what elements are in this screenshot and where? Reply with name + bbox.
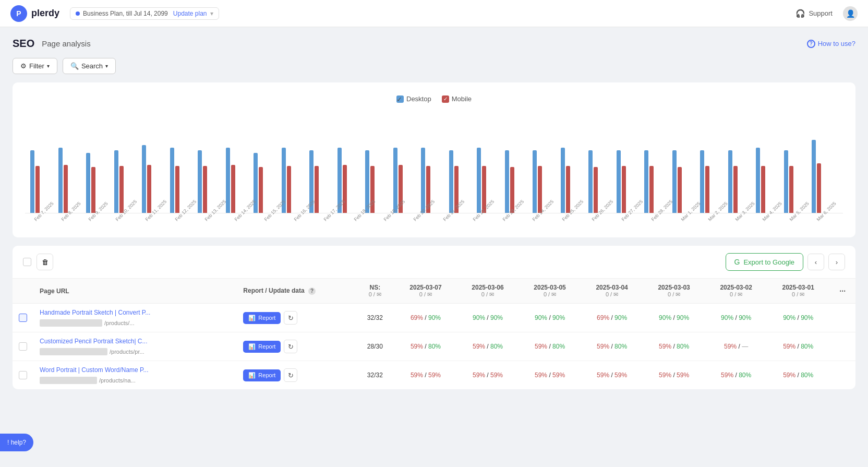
row-checkbox[interactable] — [19, 314, 27, 322]
bar-desktop[interactable] — [505, 150, 509, 213]
report-button[interactable]: 📊 Report — [243, 341, 281, 353]
score-cell: 59% / 80% — [457, 332, 519, 361]
bar-mobile[interactable] — [231, 165, 235, 213]
page-url-cell: Word Portrait | Custom Word/Name P... /p… — [33, 361, 237, 390]
bar-mobile[interactable] — [622, 166, 626, 213]
score-value2: 59% — [552, 372, 565, 379]
logo: P plerdy — [10, 5, 59, 22]
bar-desktop[interactable] — [561, 148, 565, 213]
app-header: P plerdy Business Plan, till Jul 14, 209… — [0, 0, 868, 27]
report-button[interactable]: 📊 Report — [243, 369, 281, 381]
chart-label-wrap: Feb 16, 2025 — [290, 215, 318, 225]
bar-desktop[interactable] — [58, 148, 63, 213]
user-avatar[interactable]: 👤 — [843, 6, 858, 21]
page-url-link[interactable]: Word Portrait | Custom Word/Name P... — [40, 366, 149, 374]
mobile-label: Mobile — [452, 95, 472, 103]
chart-label-wrap: Mar 7, 2025 — [840, 215, 843, 225]
bar-desktop[interactable] — [812, 140, 816, 213]
bar-mobile[interactable] — [705, 166, 709, 213]
filter-label: Filter — [29, 62, 44, 70]
chart-label-wrap: Feb 28, 2025 — [647, 215, 675, 225]
bar-desktop[interactable] — [86, 153, 90, 213]
bar-mobile[interactable] — [175, 166, 179, 213]
th-report: Report / Update data ? — [237, 279, 355, 304]
row-checkbox[interactable] — [19, 342, 27, 351]
chart-card: ✓ Desktop ✓ Mobile Feb 7, 2025Feb 8, 202… — [13, 82, 855, 237]
how-to-use-button[interactable]: ? How to use? — [807, 40, 855, 48]
url-thumbnail — [40, 348, 107, 355]
page-url-link[interactable]: Handmade Portrait Sketch | Convert P... — [40, 309, 150, 316]
bar-mobile[interactable] — [287, 166, 291, 213]
support-button[interactable]: 🎧 Support — [795, 9, 833, 18]
bar-mobile[interactable] — [343, 165, 347, 213]
row-checkbox[interactable] — [19, 371, 27, 379]
chart-label-wrap: Feb 26, 2025 — [588, 215, 616, 225]
bar-mobile[interactable] — [649, 166, 654, 213]
chart-icon: 📊 — [248, 343, 256, 350]
bar-desktop[interactable] — [533, 150, 537, 213]
score-value: 69% — [411, 314, 423, 321]
delete-button[interactable]: 🗑 — [37, 254, 53, 270]
report-help-icon[interactable]: ? — [308, 288, 316, 295]
score-value: 59% — [473, 343, 485, 350]
mobile-checkbox[interactable]: ✓ — [442, 95, 449, 103]
table-toolbar-right: G Export to Google ‹ › — [726, 253, 845, 271]
chart-label-wrap: Mar 2, 2025 — [704, 215, 729, 225]
search-button[interactable]: 🔍 Search ▾ — [63, 58, 116, 74]
refresh-button[interactable]: ↻ — [284, 368, 297, 382]
bar-desktop[interactable] — [198, 150, 202, 213]
report-col: 📊 Report ↻ — [243, 340, 349, 353]
bar-mobile[interactable] — [203, 166, 207, 213]
desktop-checkbox[interactable]: ✓ — [396, 95, 404, 103]
bar-desktop[interactable] — [142, 145, 146, 213]
update-plan-link[interactable]: Update plan — [173, 10, 207, 17]
table-row: Word Portrait | Custom Word/Name P... /p… — [13, 361, 855, 390]
bar-desktop[interactable] — [170, 148, 174, 213]
bar-desktop[interactable] — [756, 148, 760, 213]
bar-desktop[interactable] — [644, 150, 648, 213]
th-date2: 2025-03-06 0 / ✉ — [457, 279, 519, 304]
score-value: 59% — [411, 343, 423, 350]
bar-mobile[interactable] — [315, 166, 319, 213]
refresh-button[interactable]: ↻ — [284, 340, 297, 353]
report-cell: 📊 Report ↻ — [237, 304, 355, 332]
chart-icon: 📊 — [248, 315, 256, 321]
chart-label-wrap: Feb 23, 2025 — [499, 215, 526, 225]
bar-desktop[interactable] — [617, 150, 621, 213]
chart-label-wrap: Feb 15, 2025 — [260, 215, 288, 225]
score-value: 59% — [659, 343, 671, 350]
export-google-button[interactable]: G Export to Google — [726, 253, 803, 271]
bar-desktop[interactable] — [114, 150, 118, 213]
page-url-cell: Customized Pencil Portrait Sketch| C... … — [33, 332, 237, 361]
bar-mobile[interactable] — [789, 166, 793, 213]
refresh-button[interactable]: ↻ — [284, 311, 297, 325]
report-button[interactable]: 📊 Report — [243, 312, 281, 324]
chart-label-wrap: Feb 17, 2025 — [320, 215, 347, 225]
filter-button[interactable]: ⚙ Filter ▾ — [13, 58, 57, 74]
bar-mobile[interactable] — [761, 166, 765, 213]
legend-desktop: ✓ Desktop — [396, 95, 431, 103]
bar-mobile[interactable] — [678, 167, 682, 213]
next-page-button[interactable]: › — [828, 254, 845, 270]
logo-icon: P — [10, 5, 27, 22]
legend-mobile: ✓ Mobile — [442, 95, 472, 103]
search-label: Search — [81, 62, 103, 70]
chart-label-wrap: Feb 27, 2025 — [618, 215, 645, 225]
bar-desktop[interactable] — [784, 150, 788, 213]
bar-desktop[interactable] — [672, 150, 677, 213]
score-cell: 59% / 80% — [519, 332, 581, 361]
bar-desktop[interactable] — [30, 150, 34, 213]
question-icon: ? — [807, 40, 815, 48]
chart-label-wrap: Feb 24, 2025 — [528, 215, 556, 225]
plan-badge[interactable]: Business Plan, till Jul 14, 2099 Update … — [70, 7, 219, 20]
prev-page-button[interactable]: ‹ — [807, 254, 824, 270]
bar-desktop[interactable] — [588, 150, 593, 213]
bar-desktop[interactable] — [728, 150, 732, 213]
bar-mobile[interactable] — [259, 167, 263, 213]
bar-mobile[interactable] — [733, 166, 738, 213]
bar-mobile[interactable] — [817, 163, 821, 213]
page-url-link[interactable]: Customized Pencil Portrait Sketch| C... — [40, 338, 148, 345]
score-value2: 80% — [677, 343, 689, 350]
score-value: 69% — [597, 314, 609, 321]
select-all-checkbox[interactable] — [23, 258, 31, 266]
